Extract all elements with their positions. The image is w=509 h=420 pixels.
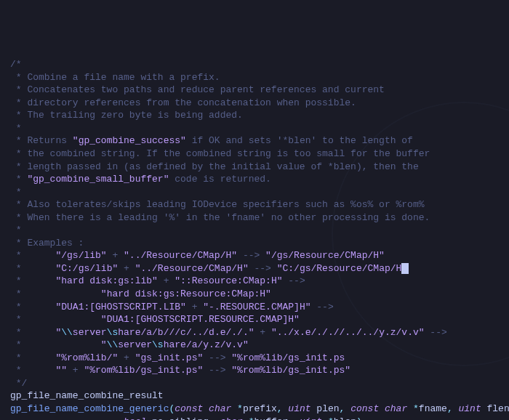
code-line: * "DUA1:[GHOSTSCRIPT.RESOURCE.CMAP]H" bbox=[10, 313, 499, 326]
code-line: * bbox=[10, 224, 499, 237]
code-line: * "hard disk:gs:lib" + "::Resource:CMap:… bbox=[10, 275, 499, 288]
code-line: */ bbox=[10, 377, 499, 390]
code-line: * The trailing zero byte is being added. bbox=[10, 109, 499, 122]
code-line: * length passed in (as defined by the in… bbox=[10, 161, 499, 174]
code-line: gp_file_name_combine_generic(const char … bbox=[10, 403, 499, 416]
code-line: * "DUA1:[GHOSTSCRIPT.LIB" + "-.RESOURCE.… bbox=[10, 301, 499, 314]
code-line: * the combined string. If the combined s… bbox=[10, 148, 499, 161]
code-line: * When there is a leading '%' in the 'fn… bbox=[10, 211, 499, 225]
code-line: * "%rom%lib/" + "gs_init.ps" --> "%rom%l… bbox=[10, 352, 499, 365]
code-line: * "hard disk:gs:Resource:CMap:H" bbox=[10, 288, 499, 301]
code-line: * Also tolerates/skips leading IODevice … bbox=[10, 198, 499, 211]
code-line: * Combine a file name with a prefix. bbox=[10, 71, 499, 84]
code-line: * "\\server\share/a/y.z/v.v" bbox=[10, 339, 499, 352]
code-line: * "" + "%rom%lib/gs_init.ps" --> "%rom%l… bbox=[10, 364, 499, 377]
code-line: * bbox=[10, 186, 499, 199]
code-line: * "C:/gs/lib" + "../Resource/CMap/H" -->… bbox=[10, 262, 499, 275]
code-line: * Examples : bbox=[10, 237, 499, 250]
code-line: * directory references from the concaten… bbox=[10, 97, 499, 110]
code-line: * Returns "gp_combine_success" if OK and… bbox=[10, 134, 499, 148]
code-line: * "gp_combine_small_buffer" code is retu… bbox=[10, 173, 499, 186]
code-line: bool no_sibling, char *buffer, uint *ble… bbox=[10, 416, 499, 421]
code-line: * Concatenates two paths and reduce pare… bbox=[10, 84, 499, 97]
code-line: * "\\server\share/a/b///c/../d.e/./." + … bbox=[10, 326, 499, 339]
code-line: * bbox=[10, 122, 499, 135]
code-line: * "/gs/lib" + "../Resource/CMap/H" --> "… bbox=[10, 249, 499, 262]
code-editor[interactable]: /* * Combine a file name with a prefix. … bbox=[10, 58, 499, 420]
code-line: gp_file_name_combine_result bbox=[10, 389, 499, 403]
code-line: /* bbox=[10, 58, 499, 71]
